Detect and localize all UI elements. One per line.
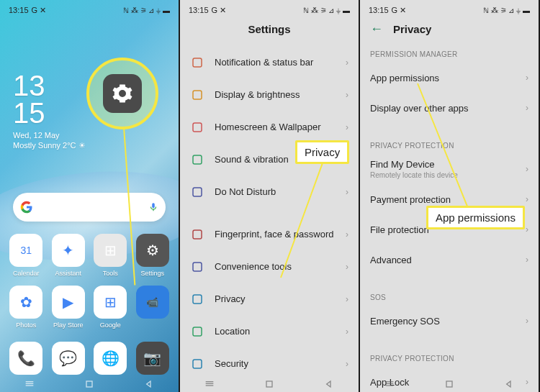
privacy-item-emergency-sos[interactable]: Emergency SOS› [360, 306, 539, 336]
app-tile: ⊞ [94, 286, 127, 319]
dock-app[interactable]: 📞 [7, 342, 45, 375]
settings-list[interactable]: Notification & status bar›Display & brig… [180, 46, 359, 376]
svg-rect-6 [193, 123, 202, 132]
app-label: Play Store [53, 322, 84, 329]
privacy-item-find-my-device[interactable]: Find My DeviceRemotely locate this devic… [360, 154, 539, 184]
status-time: 13:15 [9, 6, 29, 14]
privacy-item-advanced[interactable]: Advanced› [360, 245, 539, 275]
phone-settings: 13:15G ✕ ℕ ⁂ ⚞ ⊿ ⏚ ▬ Settings Notificati… [180, 0, 360, 392]
chevron-right-icon: › [346, 90, 348, 100]
status-bar: 13:15G ✕ ℕ ⁂ ⚞ ⊿ ⏚ ▬ [360, 0, 539, 20]
settings-item-icon [190, 185, 204, 199]
settings-item-homescreen-wallpaper[interactable]: Homescreen & Wallpaper› [180, 111, 359, 143]
settings-item-fingerprint-face-password[interactable]: Fingerprint, face & password› [180, 218, 359, 250]
status-icons-right: ℕ ⁂ ⚞ ⊿ ⏚ ▬ [123, 6, 170, 14]
settings-item-display-brightness[interactable]: Display & brightness› [180, 78, 359, 111]
settings-item-label: Privacy [215, 293, 336, 304]
svg-rect-8 [193, 188, 202, 196]
app-tile: ⊞ [94, 234, 127, 267]
settings-item-icon [190, 292, 204, 306]
settings-item-notification-status-bar[interactable]: Notification & status bar› [180, 46, 359, 78]
settings-item-label: Display & brightness [215, 89, 336, 100]
nav-home-icon[interactable] [444, 378, 455, 390]
privacy-item-sub: Remotely locate this device [370, 171, 520, 179]
nav-home-icon[interactable] [84, 378, 95, 390]
privacy-item-app-permissions[interactable]: App permissions› [360, 63, 539, 93]
svg-rect-2 [26, 381, 34, 382]
app-settings[interactable]: ⚙Settings [134, 234, 172, 277]
settings-title: Settings [180, 23, 359, 35]
settings-item-icon [190, 152, 204, 167]
settings-item-security[interactable]: Security› [180, 347, 359, 376]
app-photos[interactable]: ✿Photos [7, 286, 45, 329]
svg-rect-17 [206, 385, 214, 386]
svg-rect-16 [206, 383, 214, 384]
svg-rect-1 [26, 385, 34, 386]
app-label: Assistant [55, 270, 81, 277]
google-search-bar[interactable] [13, 193, 166, 222]
nav-bar [0, 376, 179, 392]
privacy-item-label: Payment protection [370, 194, 520, 205]
svg-rect-9 [193, 230, 202, 239]
nav-home-icon[interactable] [264, 378, 275, 390]
app-tools[interactable]: ⊞Tools [91, 234, 130, 277]
privacy-item-label: Emergency SOS [370, 316, 520, 327]
chevron-right-icon: › [346, 58, 348, 68]
settings-app-large[interactable] [103, 74, 142, 113]
dock-app[interactable]: 💬 [50, 342, 88, 375]
svg-rect-0 [26, 383, 34, 384]
svg-rect-22 [386, 381, 394, 382]
settings-item-do-not-disturb[interactable]: Do Not Disturb› [180, 176, 359, 208]
nav-back-icon[interactable] [503, 378, 515, 390]
privacy-item-label: Advanced [370, 255, 520, 265]
callout-app-permissions: App permissions [426, 206, 525, 229]
app-tile: ⚙ [136, 234, 169, 267]
chevron-right-icon: › [526, 164, 528, 174]
svg-rect-11 [193, 295, 202, 304]
nav-recent-icon[interactable] [384, 378, 395, 390]
app-tile: 📹 [136, 286, 169, 319]
chevron-right-icon: › [526, 316, 528, 326]
nav-bar [180, 376, 359, 392]
status-icons-left: G ✕ [32, 6, 47, 15]
svg-rect-5 [193, 91, 202, 99]
dock-app[interactable]: 📷 [134, 342, 172, 375]
settings-item-location[interactable]: Location› [180, 315, 359, 347]
gear-icon [112, 83, 133, 104]
settings-item-privacy[interactable]: Privacy› [180, 283, 359, 315]
phone-home: 13:15G ✕ ℕ ⁂ ⚞ ⊿ ⏚ ▬ 13 15 Wed, 12 May M… [0, 0, 180, 392]
settings-item-icon [190, 88, 204, 102]
settings-item-label: Location [215, 326, 336, 337]
nav-recent-icon[interactable] [24, 378, 35, 390]
nav-back-icon[interactable] [323, 378, 335, 390]
privacy-item-label: App permissions [370, 73, 520, 83]
clock-widget[interactable]: 13 15 Wed, 12 May Mostly Sunny 2°C ☀ [13, 72, 86, 150]
settings-item-icon [190, 120, 204, 135]
privacy-item-display-over-other-apps[interactable]: Display over other apps› [360, 93, 539, 123]
settings-item-icon [190, 260, 204, 274]
app-label: Tools [103, 270, 118, 277]
nav-recent-icon[interactable] [204, 378, 215, 390]
chevron-right-icon: › [346, 359, 348, 369]
app-label: Settings [140, 270, 164, 277]
app-assistant[interactable]: ✦Assistant [50, 234, 88, 277]
app-label: Photos [16, 322, 36, 329]
section-header: SOS [360, 286, 539, 306]
chevron-right-icon: › [526, 255, 528, 265]
privacy-header: ← Privacy [360, 22, 539, 37]
app-tile: 31 [9, 234, 42, 267]
mic-icon[interactable] [148, 202, 158, 212]
nav-bar [360, 376, 539, 392]
app-play store[interactable]: ▶Play Store [50, 286, 88, 329]
dock-app[interactable]: 🌐 [91, 342, 130, 375]
settings-item-convenience-tools[interactable]: Convenience tools› [180, 250, 359, 283]
nav-back-icon[interactable] [143, 378, 155, 390]
back-arrow-icon[interactable]: ← [370, 22, 383, 37]
app-google[interactable]: ⊞Google [91, 286, 130, 329]
app-icon[interactable]: 📹 [134, 286, 172, 329]
chevron-right-icon: › [346, 187, 348, 197]
app-calendar[interactable]: 31Calendar [7, 234, 45, 277]
app-label: Calendar [13, 270, 40, 277]
settings-item-label: Notification & status bar [215, 57, 336, 68]
svg-rect-10 [193, 263, 202, 271]
